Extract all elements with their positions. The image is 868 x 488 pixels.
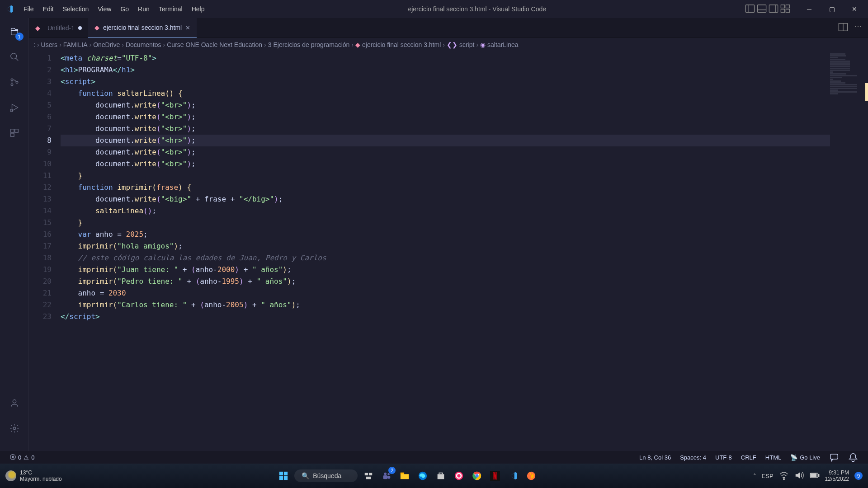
music-app-icon[interactable] — [452, 469, 466, 483]
settings-gear-icon[interactable] — [6, 420, 23, 436]
menu-help[interactable]: Help — [187, 5, 209, 13]
minimize-button[interactable]: ─ — [799, 2, 819, 16]
code-line[interactable]: imprimir("Juan tiene: " + (anho-2000) + … — [61, 264, 868, 276]
netflix-icon[interactable] — [488, 469, 502, 483]
minimap[interactable] — [830, 52, 862, 451]
status-encoding[interactable]: UTF-8 — [711, 454, 736, 461]
code-line[interactable]: function saltarLinea() { — [61, 88, 868, 99]
task-view-icon[interactable] — [361, 469, 376, 483]
code-line[interactable]: saltarLinea(); — [61, 205, 868, 217]
code-line[interactable]: <h1>PROGRAMA</h1> — [61, 64, 868, 76]
status-cursor-position[interactable]: Ln 8, Col 36 — [635, 454, 675, 461]
menu-terminal[interactable]: Terminal — [154, 5, 187, 13]
breadcrumb-item[interactable]: ❮❯script — [447, 41, 474, 48]
split-editor-icon[interactable] — [838, 22, 848, 34]
breadcrumb-item[interactable]: : — [33, 41, 35, 48]
explorer-icon[interactable]: 1 — [6, 23, 23, 40]
notification-count[interactable]: 9 — [854, 472, 863, 480]
code-line[interactable]: document.write("<br>"); — [61, 99, 868, 111]
breadcrumb-item[interactable]: FAMILIA — [63, 41, 88, 48]
svg-rect-9 — [786, 9, 789, 12]
more-actions-icon[interactable]: ⋯ — [854, 22, 862, 34]
menu-selection[interactable]: Selection — [58, 5, 94, 13]
breadcrumb-item[interactable]: ◆ejercicio final seccion 3.html — [355, 41, 441, 48]
menu-edit[interactable]: Edit — [38, 5, 58, 13]
panel-bottom-icon[interactable] — [757, 4, 767, 15]
code-line[interactable]: // este código calcula las edades de Jua… — [61, 252, 868, 264]
status-go-live[interactable]: 📡Go Live — [786, 454, 825, 461]
tab[interactable]: ◆Untitled-1 — [29, 18, 88, 38]
code-line[interactable]: </script> — [61, 311, 868, 323]
wifi-icon[interactable] — [779, 470, 789, 482]
taskbar-weather[interactable]: 13°C Mayorm. nublado — [5, 469, 62, 482]
breadcrumb-item[interactable]: Documentos — [126, 41, 161, 48]
maximize-button[interactable]: ▢ — [822, 2, 842, 16]
tab[interactable]: ◆ejercicio final seccion 3.html✕ — [88, 18, 197, 38]
run-debug-icon[interactable] — [6, 99, 23, 116]
menu-file[interactable]: File — [19, 5, 38, 13]
error-icon: ⓧ — [10, 453, 16, 461]
close-tab-icon[interactable]: ✕ — [185, 24, 190, 31]
panel-right-icon[interactable] — [769, 4, 778, 15]
firefox-icon[interactable] — [524, 469, 538, 483]
breadcrumb-item[interactable]: ◉saltarLinea — [480, 41, 519, 48]
svg-point-20 — [13, 400, 16, 403]
breadcrumb-item[interactable]: 3 Ejercicios de programación — [268, 41, 350, 48]
taskbar-clock[interactable]: 9:31 PM 12/5/2022 — [825, 469, 849, 482]
status-problems[interactable]: ⓧ0 ⚠0 — [5, 453, 39, 461]
close-button[interactable]: ✕ — [844, 2, 864, 16]
menu-view[interactable]: View — [93, 5, 116, 13]
code-line[interactable]: imprimir("Carlos tiene: " + (anho-2005) … — [61, 299, 868, 311]
code-line[interactable]: document.write("<br>"); — [61, 123, 868, 135]
volume-icon[interactable] — [794, 470, 804, 482]
source-control-icon[interactable] — [6, 74, 23, 90]
code-line[interactable]: document.write("<br>"); — [61, 146, 868, 158]
teams-icon[interactable]: 2 — [379, 469, 394, 483]
code-line[interactable]: <script> — [61, 76, 868, 88]
code-line[interactable]: var anho = 2025; — [61, 229, 868, 240]
svg-point-40 — [457, 474, 460, 477]
status-language[interactable]: HTML — [761, 454, 786, 461]
status-indentation[interactable]: Spaces: 4 — [675, 454, 711, 461]
extensions-icon[interactable] — [6, 125, 23, 141]
breadcrumb-item[interactable]: OneDrive — [93, 41, 120, 48]
battery-icon[interactable] — [810, 470, 820, 482]
code-line[interactable]: document.write("<br>"); — [61, 158, 868, 170]
code-line[interactable]: document.write("<big>" + frase + "</big>… — [61, 193, 868, 205]
edge-icon[interactable] — [415, 469, 430, 483]
breadcrumb[interactable]: :›Users›FAMILIA›OneDrive›Documentos›Curs… — [29, 38, 868, 52]
status-feedback-icon[interactable] — [825, 452, 844, 462]
code-editor[interactable]: <meta charset="UTF-8"><h1>PROGRAMA</h1><… — [61, 52, 868, 451]
breadcrumb-item[interactable]: Users — [41, 41, 58, 48]
layout-grid-icon[interactable] — [780, 4, 790, 15]
overview-ruler[interactable] — [862, 52, 868, 451]
status-bell-icon[interactable] — [844, 452, 863, 462]
code-line[interactable]: <meta charset="UTF-8"> — [61, 52, 868, 64]
code-line[interactable]: } — [61, 170, 868, 182]
code-line[interactable]: imprimir("Pedro tiene: " + (anho-1995) +… — [61, 276, 868, 287]
search-icon[interactable] — [6, 49, 23, 65]
code-line[interactable]: anho = 2030 — [61, 287, 868, 299]
breadcrumb-item[interactable]: Curse ONE Oacle Next Education — [167, 41, 262, 48]
code-line[interactable]: document.write("<br>"); — [61, 111, 868, 123]
code-line[interactable]: document.write("<hr>"); — [61, 135, 868, 146]
code-line[interactable]: function imprimir(frase) { — [61, 182, 868, 193]
broadcast-icon: 📡 — [790, 454, 797, 461]
vscode-taskbar-icon[interactable] — [506, 469, 520, 483]
file-explorer-icon[interactable] — [397, 469, 412, 483]
store-icon[interactable] — [434, 469, 448, 483]
panel-left-icon[interactable] — [745, 4, 755, 15]
code-line[interactable]: imprimir("hola amigos"); — [61, 240, 868, 252]
status-eol[interactable]: CRLF — [736, 454, 761, 461]
menu-run[interactable]: Run — [133, 5, 154, 13]
svg-rect-19 — [10, 133, 14, 136]
code-line[interactable]: } — [61, 217, 868, 229]
account-icon[interactable] — [6, 395, 23, 411]
tray-language[interactable]: ESP — [762, 473, 774, 479]
svg-rect-27 — [279, 476, 283, 480]
chrome-icon[interactable] — [470, 469, 484, 483]
menu-go[interactable]: Go — [116, 5, 133, 13]
taskbar-search[interactable]: 🔍 Búsqueda — [294, 469, 358, 482]
start-button[interactable] — [276, 469, 291, 483]
tray-chevron-up-icon[interactable]: ˄ — [753, 473, 756, 479]
